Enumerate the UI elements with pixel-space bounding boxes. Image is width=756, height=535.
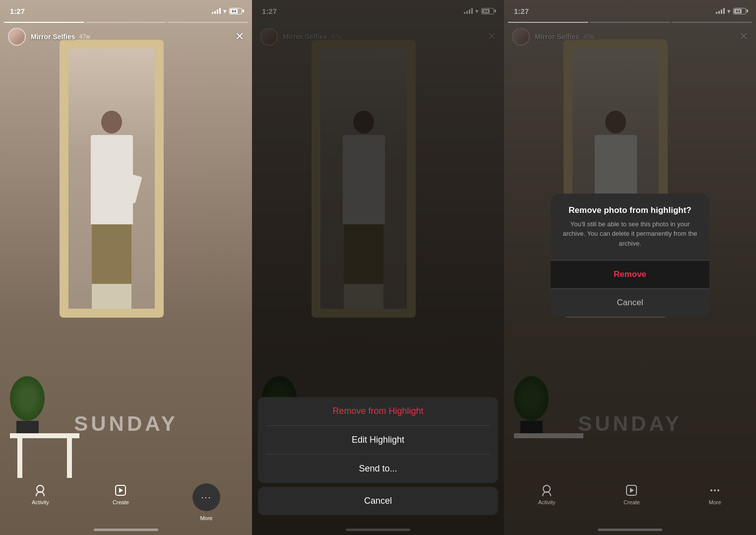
create-icon <box>114 483 127 497</box>
nav-create[interactable]: Create <box>113 483 129 505</box>
svg-marker-2 <box>119 488 123 493</box>
more-button-circle[interactable]: ··· <box>192 483 220 511</box>
dialog-message: You'll still be able to see this photo i… <box>551 219 709 261</box>
activity-label: Activity <box>32 499 49 505</box>
wifi-icon: ▾ <box>223 7 227 15</box>
dialog-remove-btn[interactable]: Remove <box>551 261 709 288</box>
confirmation-dialog: Remove photo from highlight? You'll stil… <box>551 194 709 317</box>
story-time: 47w <box>79 33 90 40</box>
mirror-reflection <box>68 49 155 309</box>
bottom-sheet: Remove from Highlight Edit Highlight Sen… <box>252 397 504 535</box>
nav-more[interactable]: ··· More <box>192 483 220 521</box>
edit-highlight-btn[interactable]: Edit Highlight <box>258 426 498 454</box>
story-username: Mirror Selfies <box>31 33 75 41</box>
send-to-btn[interactable]: Send to... <box>258 455 498 483</box>
svg-point-0 <box>37 485 44 492</box>
signal-icon <box>212 8 221 14</box>
story-close-button[interactable]: ✕ <box>235 30 244 43</box>
table <box>10 433 79 438</box>
status-time: 1:27 <box>10 7 25 15</box>
remove-from-highlight-btn[interactable]: Remove from Highlight <box>258 397 498 425</box>
status-bar: 1:27 ▾ 64 <box>0 0 252 22</box>
dialog-title: Remove photo from highlight? <box>551 194 709 219</box>
bottom-nav: Activity Create ··· More <box>0 475 252 535</box>
story-avatar[interactable] <box>8 28 26 46</box>
sunday-text: SUNDAY <box>74 412 178 436</box>
battery-icon: 64 <box>229 8 242 14</box>
dialog-cancel-btn[interactable]: Cancel <box>551 289 709 317</box>
more-label: More <box>200 515 212 521</box>
story-header: Mirror Selfies 47w ✕ <box>0 22 252 52</box>
dialog-overlay: Remove photo from highlight? You'll stil… <box>504 0 756 535</box>
more-dots-icon: ··· <box>201 492 211 503</box>
sheet-cancel-btn[interactable]: Cancel <box>258 487 498 515</box>
mirror-frame <box>60 40 164 318</box>
create-label: Create <box>113 499 129 505</box>
sheet-cancel-container: Cancel <box>258 487 498 515</box>
story-user-info: Mirror Selfies 47w <box>31 33 235 41</box>
phone-3: 1:27 ▾ 64 Mirror Selfies 47w ✕ SUNDAY <box>504 0 756 535</box>
plant <box>10 376 45 436</box>
sheet-main-options: Remove from Highlight Edit Highlight Sen… <box>258 397 498 483</box>
status-icons: ▾ 64 <box>212 7 242 15</box>
phone-1: 1:27 ▾ 64 Mirror Selfies 47w ✕ SUNDAY <box>0 0 252 535</box>
nav-activity[interactable]: Activity <box>32 483 49 505</box>
phone-2: 1:27 ▾ 64 Mirror Selfies 47w ✕ <box>252 0 504 535</box>
battery-level: 64 <box>230 9 238 13</box>
activity-icon <box>33 483 47 497</box>
